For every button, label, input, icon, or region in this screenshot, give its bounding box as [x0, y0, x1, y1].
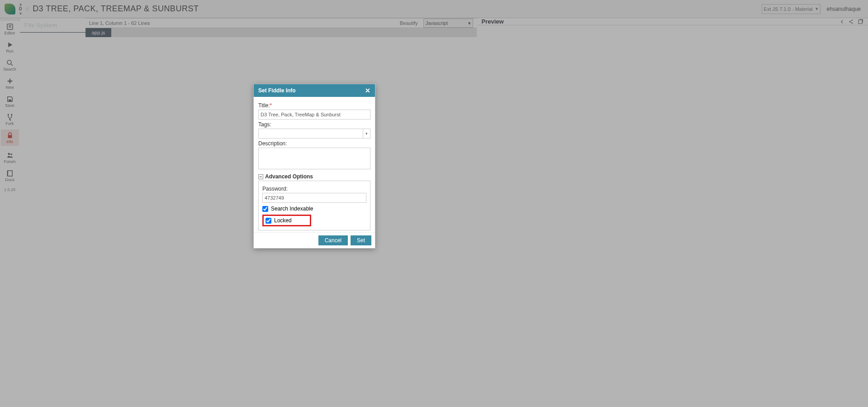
locked-checkbox-highlight: Locked: [262, 215, 311, 226]
description-label: Description:: [258, 140, 370, 147]
search-indexable-checkbox[interactable]: Search Indexable: [262, 206, 366, 212]
chevron-down-icon[interactable]: ▾: [363, 129, 370, 138]
tags-label: Tags:: [258, 121, 370, 128]
cancel-button[interactable]: Cancel: [318, 235, 348, 245]
advanced-options-fieldset: Password: Search Indexable Locked: [258, 181, 370, 230]
close-icon[interactable]: ✕: [365, 87, 370, 94]
password-label: Password:: [262, 186, 366, 192]
description-textarea[interactable]: [258, 148, 370, 169]
tags-input[interactable]: ▾: [258, 129, 370, 139]
minus-icon[interactable]: −: [258, 174, 263, 179]
title-input[interactable]: [258, 110, 370, 120]
locked-label: Locked: [274, 217, 292, 224]
dialog-header: Set Fiddle Info ✕: [254, 84, 375, 97]
locked-checkbox[interactable]: [266, 218, 271, 224]
title-label: Title:*: [258, 102, 370, 109]
dialog-body: Title:* Tags: ▾ Description: − Advanced …: [254, 97, 375, 232]
dialog-title: Set Fiddle Info: [258, 87, 296, 94]
set-button[interactable]: Set: [351, 235, 371, 245]
advanced-options-toggle[interactable]: − Advanced Options: [258, 173, 370, 180]
dialog-footer: Cancel Set: [254, 232, 375, 248]
password-input[interactable]: [262, 193, 366, 203]
checkbox-icon[interactable]: [262, 206, 268, 212]
modal-overlay[interactable]: [0, 0, 868, 407]
fiddle-info-dialog: Set Fiddle Info ✕ Title:* Tags: ▾ Descri…: [253, 84, 375, 249]
